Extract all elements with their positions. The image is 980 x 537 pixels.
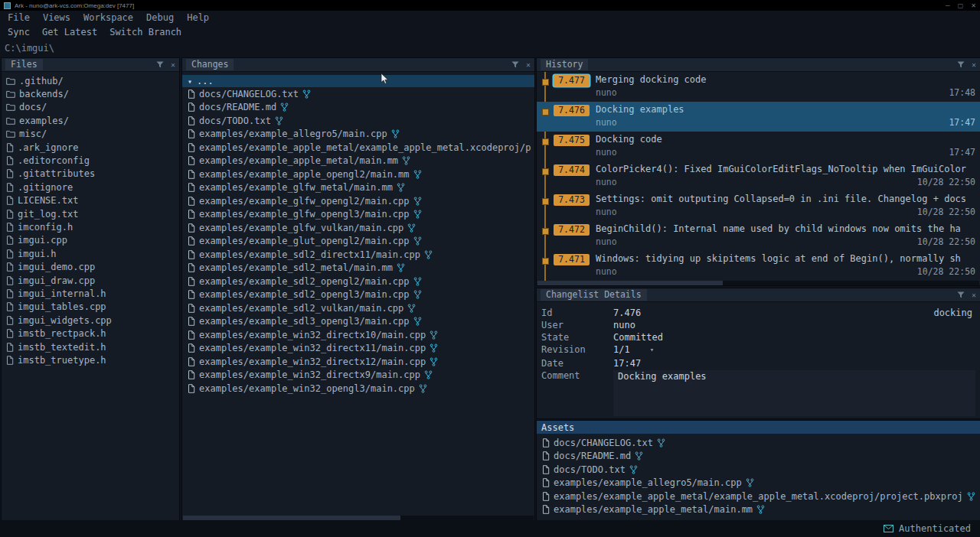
filter-icon[interactable] bbox=[511, 61, 519, 68]
toolbar-button-switch-branch[interactable]: Switch Branch bbox=[109, 27, 181, 37]
file-tree-item[interactable]: misc/ bbox=[2, 128, 179, 141]
changed-file-row[interactable]: examples/example_apple_opengl2/main.mm bbox=[182, 168, 534, 181]
horizontal-scrollbar[interactable] bbox=[537, 281, 979, 285]
changeset-badge[interactable]: 7.475 bbox=[554, 135, 590, 146]
file-tree-item[interactable]: imgui.h bbox=[2, 247, 179, 260]
panel-close-icon[interactable]: ✕ bbox=[972, 61, 976, 69]
history-entry[interactable]: 7.471 Windows: tidying up skipitems logi… bbox=[537, 251, 980, 281]
folder-icon bbox=[6, 117, 15, 125]
changed-file-row[interactable]: examples/example_win32_directx10/main.cp… bbox=[182, 328, 534, 342]
history-entry[interactable]: 7.472 BeginChild(): Internal name used b… bbox=[537, 221, 980, 251]
changed-file-row[interactable]: examples/example_apple_metal/main.mm bbox=[182, 155, 534, 168]
file-tree-item[interactable]: imconfig.h bbox=[2, 220, 179, 233]
menu-item-file[interactable]: File bbox=[8, 12, 30, 23]
changed-file-row[interactable]: examples/example_win32_directx9/main.cpp bbox=[182, 369, 534, 382]
file-tree-item[interactable]: git_log.txt bbox=[2, 207, 179, 220]
asset-file-row[interactable]: examples/example_apple_metal/example_app… bbox=[537, 490, 980, 503]
minimize-icon[interactable]: ─ bbox=[946, 2, 950, 9]
file-tree-item[interactable]: imstb_textedit.h bbox=[2, 340, 179, 353]
folder-icon bbox=[6, 77, 15, 85]
asset-file-row[interactable]: examples/example_apple_metal/main.mm bbox=[537, 503, 980, 517]
changed-file-row[interactable]: examples/example_sdl2_opengl3/main.cpp bbox=[182, 288, 534, 302]
filter-icon[interactable] bbox=[957, 61, 965, 68]
changed-file-row[interactable]: examples/example_sdl2_vulkan/main.cpp bbox=[182, 301, 534, 315]
assets-header[interactable]: Assets bbox=[537, 421, 980, 434]
asset-file-row[interactable]: examples/example_allegro5/main.cpp bbox=[537, 477, 980, 490]
file-tree-item[interactable]: imgui_tables.cpp bbox=[2, 301, 179, 314]
file-tree-item[interactable]: imgui_internal.h bbox=[2, 287, 179, 300]
file-tree-item[interactable]: imgui_draw.cpp bbox=[2, 274, 179, 287]
changeset-badge[interactable]: 7.472 bbox=[554, 224, 590, 236]
menu-item-workspace[interactable]: Workspace bbox=[83, 12, 133, 23]
changeset-badge[interactable]: 7.477 bbox=[554, 75, 590, 86]
panel-close-icon[interactable]: ✕ bbox=[171, 61, 175, 69]
changed-file-row[interactable]: examples/example_glut_opengl2/main.cpp bbox=[182, 235, 534, 249]
scrollbar-thumb[interactable] bbox=[537, 281, 723, 285]
file-tree-item[interactable]: backends/ bbox=[2, 87, 179, 100]
maximize-icon[interactable]: ▢ bbox=[958, 2, 964, 9]
filter-icon[interactable] bbox=[156, 61, 164, 68]
changed-file-path: examples/example_sdl2_metal/main.mm bbox=[199, 262, 393, 273]
toolbar-button-sync[interactable]: Sync bbox=[8, 27, 30, 37]
changed-file-row[interactable]: examples/example_glfw_vulkan/main.cpp bbox=[182, 221, 534, 235]
assets-panel: Assets docs/CHANGELOG.txtdocs/README.mdd… bbox=[536, 420, 980, 521]
panel-close-icon[interactable]: ✕ bbox=[526, 61, 531, 69]
file-tree-item[interactable]: imgui_widgets.cpp bbox=[2, 314, 179, 327]
changeset-badge[interactable]: 7.474 bbox=[554, 164, 590, 176]
changed-file-row[interactable]: examples/example_win32_directx11/main.cp… bbox=[182, 342, 534, 356]
changeset-badge[interactable]: 7.476 bbox=[554, 105, 590, 116]
file-tree-item[interactable]: .ark_ignore bbox=[2, 141, 179, 154]
changed-file-row[interactable]: examples/example_sdl2_metal/main.mm bbox=[182, 262, 534, 275]
file-tree-item[interactable]: .gitignore bbox=[2, 181, 179, 194]
file-tree-item[interactable]: imstb_truetype.h bbox=[2, 353, 179, 366]
file-tree-item[interactable]: imgui_demo.cpp bbox=[2, 260, 179, 273]
changed-file-path: examples/example_win32_directx9/main.cpp bbox=[199, 369, 420, 380]
detail-label: User bbox=[541, 320, 613, 330]
file-tree-item[interactable]: .github/ bbox=[2, 74, 179, 87]
changed-file-row[interactable]: examples/example_allegro5/main.cpp bbox=[182, 128, 534, 142]
menu-item-help[interactable]: Help bbox=[187, 12, 209, 23]
chevron-down-icon[interactable]: ▾ bbox=[188, 77, 192, 86]
history-entry[interactable]: 7.475 Docking code nuno17:47 bbox=[537, 132, 980, 161]
toolbar-button-get-latest[interactable]: Get Latest bbox=[42, 27, 97, 37]
menu-item-views[interactable]: Views bbox=[43, 12, 70, 23]
comment-box[interactable]: Docking examples bbox=[613, 370, 975, 416]
history-entry[interactable]: 7.474 ColorPicker4(): Fixed ImGuiColorEd… bbox=[537, 161, 980, 191]
changed-file-row[interactable]: examples/example_glfw_opengl2/main.cpp bbox=[182, 194, 534, 208]
changed-file-path: docs/README.md bbox=[199, 102, 276, 112]
file-tree-item[interactable]: docs/ bbox=[2, 101, 179, 114]
changed-file-row[interactable]: examples/example_sdl2_opengl2/main.cpp bbox=[182, 275, 534, 288]
file-tree-item[interactable]: .editorconfig bbox=[2, 154, 179, 167]
file-tree-item[interactable]: .gitattributes bbox=[2, 168, 179, 181]
detail-label: Date bbox=[541, 358, 613, 369]
changes-root-row[interactable]: ▾... bbox=[182, 75, 534, 87]
panel-close-icon[interactable]: ✕ bbox=[972, 291, 976, 299]
file-tree-item[interactable]: imstb_rectpack.h bbox=[2, 327, 179, 340]
changed-file-row[interactable]: examples/example_win32_directx12/main.cp… bbox=[182, 355, 534, 369]
changeset-badge[interactable]: 7.473 bbox=[554, 194, 590, 206]
chevron-down-icon[interactable]: ▾ bbox=[650, 346, 654, 353]
history-entry[interactable]: 7.477 Merging docking code nuno17:48 bbox=[537, 72, 980, 102]
branch-icon bbox=[391, 129, 400, 138]
changed-file-row[interactable]: examples/example_sdl2_directx11/main.cpp bbox=[182, 248, 534, 262]
asset-file-row[interactable]: docs/README.md bbox=[537, 450, 980, 464]
changed-file-row[interactable]: examples/example_win32_opengl3/main.cpp bbox=[182, 382, 534, 395]
changed-file-row[interactable]: docs/README.md bbox=[182, 101, 534, 115]
changed-file-row[interactable]: examples/example_glfw_metal/main.mm bbox=[182, 181, 534, 195]
history-entry[interactable]: 7.476 Docking examples nuno17:47 bbox=[537, 102, 980, 132]
changed-file-row[interactable]: examples/example_apple_metal/example_app… bbox=[182, 141, 534, 155]
asset-file-row[interactable]: docs/CHANGELOG.txt bbox=[537, 436, 980, 450]
file-tree-item[interactable]: examples/ bbox=[2, 114, 179, 127]
changeset-badge[interactable]: 7.471 bbox=[554, 254, 590, 265]
changed-file-row[interactable]: docs/TODO.txt bbox=[182, 114, 534, 128]
close-icon[interactable]: ✕ bbox=[971, 2, 976, 9]
changed-file-row[interactable]: examples/example_glfw_opengl3/main.cpp bbox=[182, 208, 534, 222]
history-entry[interactable]: 7.473 Settings: omit outputing Collapsed… bbox=[537, 191, 980, 221]
asset-file-row[interactable]: docs/TODO.txt bbox=[537, 463, 980, 477]
changed-file-row[interactable]: examples/example_sdl3_opengl3/main.cpp bbox=[182, 315, 534, 329]
file-tree-item[interactable]: LICENSE.txt bbox=[2, 194, 179, 207]
menu-item-debug[interactable]: Debug bbox=[146, 12, 174, 23]
changed-file-row[interactable]: docs/CHANGELOG.txt bbox=[182, 87, 534, 101]
file-tree-item[interactable]: imgui.cpp bbox=[2, 234, 179, 247]
filter-icon[interactable] bbox=[957, 291, 965, 298]
